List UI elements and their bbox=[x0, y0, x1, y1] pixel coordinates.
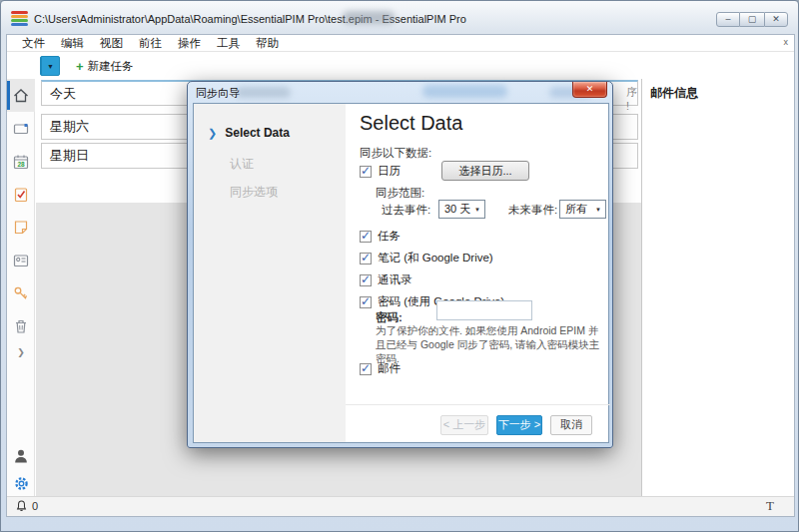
past-events-value: 30 天 bbox=[444, 202, 470, 217]
contacts-icon bbox=[12, 252, 30, 269]
menu-goto[interactable]: 前往 bbox=[132, 35, 169, 52]
svg-text:28: 28 bbox=[17, 160, 25, 167]
step-label: Select Data bbox=[225, 126, 290, 140]
menubar: 文件 编辑 视图 前往 操作 工具 帮助 x bbox=[7, 35, 794, 52]
notes-label: 笔记 (和 Google Drive) bbox=[378, 251, 493, 266]
checkbox-checked-icon[interactable] bbox=[360, 166, 372, 178]
mail-icon bbox=[12, 120, 30, 138]
wizard-footer: < 上一步 下一步 > 取消 bbox=[346, 404, 610, 444]
key-icon bbox=[12, 284, 30, 302]
day-label: 星期日 bbox=[50, 147, 89, 165]
calendar-label: 日历 bbox=[378, 164, 400, 179]
sidebar-item-mail[interactable] bbox=[7, 112, 35, 145]
page-title: Select Data bbox=[360, 112, 462, 135]
sidebar-bottom bbox=[7, 447, 35, 492]
menu-tools[interactable]: 工具 bbox=[210, 35, 247, 52]
future-events-select[interactable]: 所有 ▼ bbox=[559, 200, 606, 219]
contacts-checkbox-row[interactable]: 通讯录 bbox=[360, 272, 412, 287]
step-authentication: 认证 bbox=[230, 156, 254, 173]
mail-info-panel: 邮件信息 bbox=[641, 79, 794, 496]
sidebar: 28 ❯ bbox=[7, 79, 35, 496]
sidebar-item-passwords[interactable] bbox=[7, 276, 35, 309]
step-sync-options: 同步选项 bbox=[230, 184, 278, 201]
window-title: C:\Users\Administrator\AppData\Roaming\E… bbox=[34, 13, 466, 25]
cancel-button[interactable]: 取消 bbox=[550, 415, 592, 435]
sync-range-label: 同步范围: bbox=[376, 186, 424, 201]
notes-icon bbox=[12, 219, 30, 237]
day-label: 今天 bbox=[50, 85, 76, 103]
glass-blur bbox=[236, 87, 291, 98]
checkbox-checked-icon[interactable] bbox=[360, 274, 372, 286]
sidebar-expand-chevron-icon[interactable]: ❯ bbox=[7, 342, 35, 362]
settings-gear-icon[interactable] bbox=[13, 475, 30, 492]
sidebar-item-calendar[interactable]: 28 bbox=[7, 145, 35, 178]
sidebar-item-trash[interactable] bbox=[7, 309, 35, 342]
step-select-data[interactable]: ❯Select Data bbox=[208, 126, 290, 140]
notification-count: 0 bbox=[32, 500, 38, 512]
back-button: < 上一步 bbox=[440, 415, 488, 435]
window-frame: C:\Users\Administrator\AppData\Roaming\E… bbox=[0, 0, 799, 532]
dialog-close-button[interactable]: ✕ bbox=[572, 82, 607, 98]
wizard-content: Select Data 同步以下数据: 日历 选择日历... 同步范围: 过去事… bbox=[346, 104, 610, 442]
password-hint-text: 为了保护你的文件. 如果您使用 Android EPIM 并且已经与 Googl… bbox=[376, 323, 603, 366]
tasks-checkbox-row[interactable]: 任务 bbox=[360, 229, 400, 244]
dropdown-arrow-icon: ▼ bbox=[595, 207, 601, 213]
bell-icon bbox=[15, 499, 28, 513]
redacted-blur bbox=[343, 11, 395, 24]
step-label: 认证 bbox=[230, 157, 254, 171]
plus-icon: + bbox=[76, 59, 84, 74]
tasks-icon bbox=[12, 186, 30, 204]
dropdown-arrow-icon: ▼ bbox=[474, 207, 480, 213]
sidebar-item-notes[interactable] bbox=[7, 211, 35, 244]
statusbar: 0 T bbox=[7, 496, 794, 516]
new-event-button[interactable]: + 新建事件 ▼ bbox=[40, 56, 60, 76]
checkbox-checked-icon[interactable] bbox=[360, 253, 372, 265]
new-task-label: 新建任务 bbox=[88, 59, 134, 74]
menu-edit[interactable]: 编辑 bbox=[54, 35, 91, 52]
checkbox-checked-icon[interactable] bbox=[360, 363, 372, 375]
sidebar-item-tasks[interactable] bbox=[7, 178, 35, 211]
calendar-checkbox-row[interactable]: 日历 bbox=[360, 164, 400, 179]
next-button[interactable]: 下一步 > bbox=[496, 415, 542, 435]
checkbox-checked-icon[interactable] bbox=[360, 296, 372, 308]
step-label: 同步选项 bbox=[230, 185, 278, 199]
menu-help[interactable]: 帮助 bbox=[249, 35, 286, 52]
notification-area[interactable]: 0 bbox=[15, 499, 38, 513]
sidebar-item-home[interactable] bbox=[7, 79, 35, 112]
mail-checkbox-row[interactable]: 邮件 bbox=[360, 361, 400, 376]
menu-actions[interactable]: 操作 bbox=[171, 35, 208, 52]
future-events-label: 未来事件: bbox=[508, 203, 557, 218]
checkbox-checked-icon[interactable] bbox=[360, 231, 372, 243]
new-event-dropdown[interactable]: ▼ bbox=[41, 57, 59, 75]
maximize-button[interactable]: ▢ bbox=[740, 12, 764, 27]
menubar-close-icon[interactable]: x bbox=[784, 37, 789, 47]
glass-blur bbox=[422, 85, 507, 98]
sync-wizard-dialog: 同步向导 ✕ ❯Select Data 认证 同步选项 Select Data … bbox=[187, 81, 613, 448]
contacts-label: 通讯录 bbox=[378, 272, 412, 287]
caret-down-icon: ▼ bbox=[47, 63, 54, 70]
password-input[interactable] bbox=[436, 300, 532, 320]
user-icon[interactable] bbox=[12, 447, 30, 465]
mail-label: 邮件 bbox=[378, 361, 400, 376]
menu-file[interactable]: 文件 bbox=[15, 35, 52, 52]
minimize-button[interactable]: – bbox=[716, 12, 740, 27]
menu-view[interactable]: 视图 bbox=[93, 35, 130, 52]
calendar-icon: 28 bbox=[12, 153, 30, 171]
logo-bar-blue bbox=[11, 23, 28, 26]
home-icon bbox=[12, 87, 30, 105]
notes-checkbox-row[interactable]: 笔记 (和 Google Drive) bbox=[360, 251, 493, 266]
titlebar[interactable]: C:\Users\Administrator\AppData\Roaming\E… bbox=[7, 6, 792, 32]
close-button[interactable]: ✕ bbox=[764, 12, 788, 27]
day-label: 星期六 bbox=[50, 118, 89, 136]
choose-calendars-button[interactable]: 选择日历... bbox=[441, 161, 529, 181]
active-step-chevron-icon: ❯ bbox=[208, 127, 217, 139]
essentialpim-logo-icon bbox=[11, 11, 28, 26]
dialog-title: 同步向导 bbox=[196, 86, 240, 101]
tasks-label: 任务 bbox=[378, 229, 400, 244]
essentialpim-window: C:\Users\Administrator\AppData\Roaming\E… bbox=[0, 0, 799, 532]
past-events-select[interactable]: 30 天 ▼ bbox=[438, 200, 485, 219]
text-size-tool[interactable]: T bbox=[766, 498, 774, 514]
new-task-button[interactable]: + 新建任务 bbox=[70, 59, 140, 74]
logo-bar-orange bbox=[11, 15, 28, 18]
sidebar-item-contacts[interactable] bbox=[7, 244, 35, 276]
